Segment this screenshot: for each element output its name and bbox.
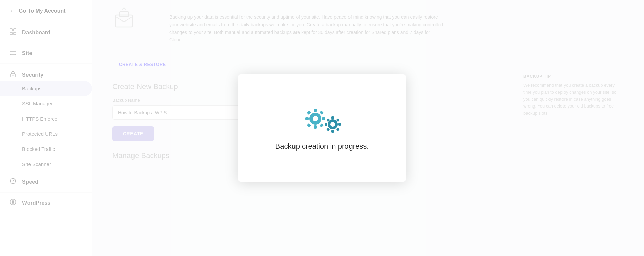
svg-rect-22: [320, 111, 324, 115]
svg-rect-28: [325, 123, 327, 126]
svg-rect-32: [326, 128, 330, 131]
svg-rect-18: [314, 125, 317, 129]
gears-icon: [302, 105, 342, 132]
svg-rect-29: [338, 123, 341, 126]
svg-rect-26: [331, 116, 334, 119]
svg-rect-19: [305, 117, 309, 120]
backup-progress-modal: Backup creation in progress.: [238, 74, 406, 182]
svg-rect-24: [320, 123, 324, 128]
svg-point-16: [313, 116, 318, 121]
svg-rect-33: [336, 128, 340, 131]
svg-rect-27: [331, 130, 334, 133]
svg-point-25: [330, 122, 335, 127]
svg-rect-17: [314, 109, 317, 112]
svg-rect-23: [307, 123, 311, 128]
modal-overlay: Backup creation in progress.: [0, 0, 644, 256]
modal-progress-text: Backup creation in progress.: [275, 142, 369, 151]
gear-small-icon: [324, 115, 342, 134]
svg-rect-21: [307, 111, 311, 115]
